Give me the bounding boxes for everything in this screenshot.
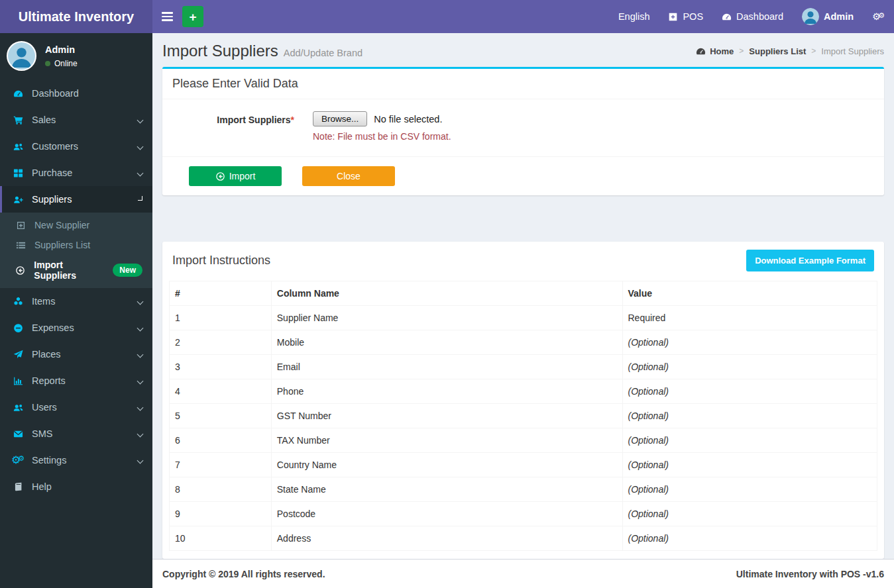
sidebar-item-import-suppliers[interactable]: Import Suppliers New <box>0 255 152 285</box>
table-row: 7 Country Name (Optional) <box>170 453 877 477</box>
page-subtitle: Add/Update Brand <box>284 48 363 58</box>
sidebar-item-sales[interactable]: Sales <box>0 107 152 133</box>
copyright-text: Copyright © 2019 All rights reserved. <box>162 569 325 579</box>
import-button[interactable]: Import <box>189 166 282 186</box>
import-form-card: Please Enter Valid Data Import Suppliers… <box>162 67 884 195</box>
chevron-left-icon <box>137 377 144 384</box>
hamburger-icon <box>162 12 173 14</box>
table-row: 2 Mobile (Optional) <box>170 330 877 355</box>
chevron-left-icon <box>137 351 144 358</box>
breadcrumb-separator: > <box>739 46 744 56</box>
chevron-down-icon <box>138 196 142 201</box>
sidebar-item-suppliers[interactable]: Suppliers <box>0 186 152 213</box>
user-menu[interactable]: Admin <box>793 0 863 33</box>
column-header-name: Column Name <box>271 281 622 306</box>
import-instructions-card: Import Instructions Download Example For… <box>162 242 884 559</box>
users-icon <box>12 142 24 152</box>
page-title: Import SuppliersAdd/Update Brand <box>162 42 363 60</box>
brand-logo[interactable]: Ultimate Inventory <box>0 0 152 33</box>
navbar-right-menu: English POS Dashboard Admin ⚙⚙ <box>609 0 894 33</box>
pos-link[interactable]: POS <box>659 0 712 33</box>
envelope-icon <box>12 429 24 439</box>
sidebar-item-users[interactable]: Users <box>0 394 152 420</box>
top-navbar: Ultimate Inventory + English POS Dashboa… <box>0 0 894 33</box>
chevron-left-icon <box>137 430 144 437</box>
arrow-circle-left-icon <box>215 172 225 181</box>
chevron-left-icon <box>137 298 144 305</box>
table-row: 1 Supplier Name Required <box>170 306 877 330</box>
paper-plane-icon <box>12 350 24 360</box>
sidebar-menu: Dashboard Sales Customers Purchase Suppl… <box>0 80 152 500</box>
breadcrumb-current: Import Suppliers <box>821 46 884 56</box>
sidebar-toggle-button[interactable] <box>152 0 182 33</box>
cart-icon <box>12 115 24 125</box>
sidebar-item-places[interactable]: Places <box>0 341 152 368</box>
instructions-table: # Column Name Value 1 Supplier Name Requ… <box>169 281 877 551</box>
chevron-left-icon <box>137 170 144 176</box>
minus-circle-icon <box>12 323 24 333</box>
sidebar-user-status[interactable]: Online <box>45 59 78 68</box>
avatar <box>7 41 36 71</box>
table-header-row: # Column Name Value <box>170 281 877 306</box>
table-row: 6 TAX Number (Optional) <box>170 428 877 453</box>
chevron-left-icon <box>137 143 144 150</box>
chevron-left-icon <box>137 324 144 331</box>
version-text: Ultimate Inventory with POS -v1.6 <box>736 569 884 579</box>
plus-square-icon <box>15 220 27 230</box>
users-icon <box>12 403 24 413</box>
gauge-icon <box>696 46 706 56</box>
sidebar-item-new-supplier[interactable]: New Supplier <box>0 215 152 235</box>
settings-gears-menu[interactable]: ⚙⚙ <box>863 0 894 33</box>
table-row: 3 Email (Optional) <box>170 355 877 379</box>
plus-square-icon <box>668 12 678 22</box>
new-badge: New <box>113 264 142 277</box>
table-row: 10 Address (Optional) <box>170 526 877 551</box>
import-file-label: Import Suppliers* <box>199 111 313 125</box>
sidebar-user-panel: Admin Online <box>0 33 152 80</box>
sidebar-item-settings[interactable]: ⚙⚙ Settings <box>0 447 152 473</box>
sidebar-user-name: Admin <box>45 44 78 55</box>
dashboard-link[interactable]: Dashboard <box>712 0 793 33</box>
language-menu[interactable]: English <box>609 0 659 33</box>
sidebar-item-help[interactable]: Help <box>0 473 152 500</box>
browse-button[interactable]: Browse... <box>313 111 367 126</box>
sidebar-item-items[interactable]: Items <box>0 288 152 315</box>
list-icon <box>15 240 27 250</box>
gauge-icon <box>722 12 732 22</box>
instructions-card-title: Import Instructions <box>172 254 270 268</box>
column-header-value: Value <box>622 281 877 306</box>
grid-icon <box>12 168 24 178</box>
cubes-icon <box>12 297 24 307</box>
table-row: 8 State Name (Optional) <box>170 477 877 502</box>
sidebar-item-expenses[interactable]: Expenses <box>0 315 152 341</box>
download-example-button[interactable]: Download Example Format <box>746 250 874 271</box>
table-row: 9 Postcode (Optional) <box>170 502 877 526</box>
sidebar-item-reports[interactable]: Reports <box>0 368 152 394</box>
form-card-header: Please Enter Valid Data <box>162 69 884 99</box>
content-area: Import SuppliersAdd/Update Brand Home > … <box>152 33 894 588</box>
sidebar-item-purchase[interactable]: Purchase <box>0 160 152 186</box>
close-button[interactable]: Close <box>302 166 395 186</box>
bar-chart-icon <box>12 376 24 386</box>
breadcrumb-suppliers-list[interactable]: Suppliers List <box>749 46 806 56</box>
sidebar-item-suppliers-list[interactable]: Suppliers List <box>0 235 152 255</box>
sidebar-item-dashboard[interactable]: Dashboard <box>0 80 152 107</box>
sidebar-item-customers[interactable]: Customers <box>0 133 152 160</box>
quick-add-button[interactable]: + <box>182 6 203 27</box>
gears-icon: ⚙⚙ <box>872 12 885 22</box>
sidebar-item-sms[interactable]: SMS <box>0 420 152 447</box>
arrow-circle-left-icon <box>15 266 26 275</box>
breadcrumb: Home > Suppliers List > Import Suppliers <box>696 46 884 56</box>
book-icon <box>12 482 24 492</box>
chevron-left-icon <box>137 457 144 464</box>
page-footer: Copyright © 2019 All rights reserved. Ul… <box>152 559 894 588</box>
gears-icon: ⚙⚙ <box>12 455 24 466</box>
breadcrumb-home[interactable]: Home <box>696 46 734 56</box>
required-value: Required <box>622 306 877 330</box>
table-row: 5 GST Number (Optional) <box>170 404 877 428</box>
gauge-icon <box>12 89 24 99</box>
csv-note: Note: File must be in CSV format. <box>313 131 451 142</box>
chevron-left-icon <box>137 117 144 123</box>
avatar <box>802 8 819 25</box>
suppliers-submenu: New Supplier Suppliers List Import Suppl… <box>0 213 152 288</box>
